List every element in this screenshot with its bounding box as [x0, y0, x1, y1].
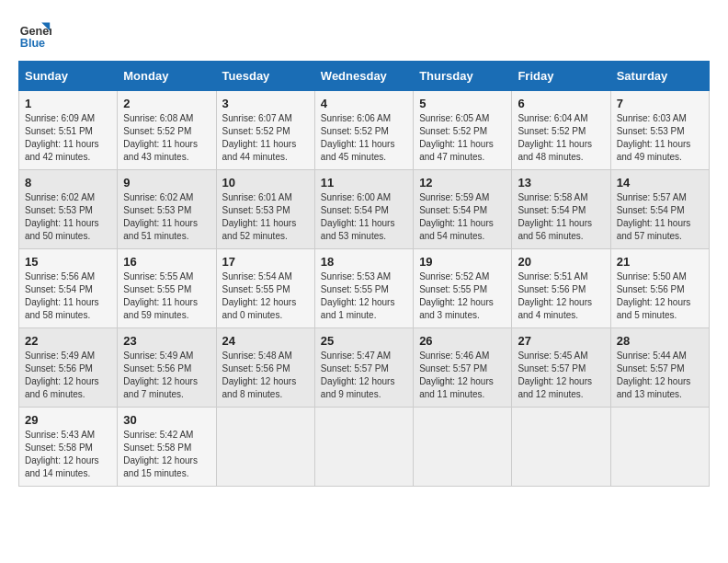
calendar-table: SundayMondayTuesdayWednesdayThursdayFrid…: [18, 61, 710, 487]
day-info: Sunrise: 6:04 AMSunset: 5:52 PMDaylight:…: [518, 112, 604, 164]
day-number: 12: [419, 176, 506, 190]
header: General Blue: [18, 18, 710, 52]
day-number: 2: [123, 97, 210, 110]
calendar-cell: 14Sunrise: 5:57 AMSunset: 5:54 PMDayligh…: [610, 170, 709, 249]
day-header-wednesday: Wednesday: [314, 62, 413, 91]
day-number: 5: [419, 97, 506, 110]
day-info: Sunrise: 5:56 AMSunset: 5:54 PMDaylight:…: [25, 270, 111, 322]
day-number: 28: [617, 334, 703, 348]
calendar-cell: 26Sunrise: 5:46 AMSunset: 5:57 PMDayligh…: [414, 328, 512, 408]
calendar-cell: 30Sunrise: 5:42 AMSunset: 5:58 PMDayligh…: [118, 408, 216, 487]
calendar-cell: 16Sunrise: 5:55 AMSunset: 5:55 PMDayligh…: [118, 249, 216, 328]
day-info: Sunrise: 6:01 AMSunset: 5:53 PMDaylight:…: [222, 191, 309, 243]
day-info: Sunrise: 5:49 AMSunset: 5:56 PMDaylight:…: [25, 350, 111, 401]
day-number: 16: [123, 255, 210, 269]
calendar-cell: 7Sunrise: 6:03 AMSunset: 5:53 PMDaylight…: [610, 91, 709, 170]
day-header-sunday: Sunday: [19, 62, 118, 91]
calendar-cell: 5Sunrise: 6:05 AMSunset: 5:52 PMDaylight…: [414, 91, 512, 170]
calendar-cell: 21Sunrise: 5:50 AMSunset: 5:56 PMDayligh…: [610, 249, 709, 328]
day-info: Sunrise: 6:00 AMSunset: 5:54 PMDaylight:…: [321, 191, 407, 243]
logo: General Blue: [18, 18, 51, 52]
day-header-saturday: Saturday: [610, 62, 709, 91]
calendar-cell: 24Sunrise: 5:48 AMSunset: 5:56 PMDayligh…: [216, 328, 314, 408]
calendar-cell: 22Sunrise: 5:49 AMSunset: 5:56 PMDayligh…: [19, 328, 118, 408]
day-number: 17: [222, 255, 309, 269]
day-info: Sunrise: 6:03 AMSunset: 5:53 PMDaylight:…: [617, 112, 703, 164]
day-header-monday: Monday: [118, 62, 216, 91]
calendar-cell: 27Sunrise: 5:45 AMSunset: 5:57 PMDayligh…: [512, 328, 610, 408]
week-row-4: 22Sunrise: 5:49 AMSunset: 5:56 PMDayligh…: [19, 328, 710, 408]
calendar-cell: [414, 408, 512, 487]
day-number: 20: [518, 255, 604, 269]
day-number: 23: [123, 334, 210, 348]
day-number: 6: [518, 97, 604, 110]
day-header-thursday: Thursday: [414, 62, 512, 91]
calendar-cell: [610, 408, 709, 487]
week-row-1: 1Sunrise: 6:09 AMSunset: 5:51 PMDaylight…: [19, 91, 710, 170]
day-info: Sunrise: 5:48 AMSunset: 5:56 PMDaylight:…: [222, 350, 309, 401]
day-info: Sunrise: 6:06 AMSunset: 5:52 PMDaylight:…: [321, 112, 407, 164]
day-number: 8: [25, 176, 111, 190]
day-info: Sunrise: 5:43 AMSunset: 5:58 PMDaylight:…: [25, 429, 111, 480]
calendar-cell: 11Sunrise: 6:00 AMSunset: 5:54 PMDayligh…: [314, 170, 413, 249]
day-info: Sunrise: 5:51 AMSunset: 5:56 PMDaylight:…: [518, 270, 604, 322]
day-info: Sunrise: 6:09 AMSunset: 5:51 PMDaylight:…: [25, 112, 111, 164]
day-number: 19: [419, 255, 506, 269]
calendar-cell: 25Sunrise: 5:47 AMSunset: 5:57 PMDayligh…: [314, 328, 413, 408]
calendar-cell: 28Sunrise: 5:44 AMSunset: 5:57 PMDayligh…: [610, 328, 709, 408]
day-info: Sunrise: 5:44 AMSunset: 5:57 PMDaylight:…: [617, 350, 703, 401]
calendar-cell: 8Sunrise: 6:02 AMSunset: 5:53 PMDaylight…: [19, 170, 118, 249]
logo-icon: General Blue: [18, 18, 51, 52]
day-info: Sunrise: 6:08 AMSunset: 5:52 PMDaylight:…: [123, 112, 210, 164]
day-info: Sunrise: 6:05 AMSunset: 5:52 PMDaylight:…: [419, 112, 506, 164]
calendar-cell: 15Sunrise: 5:56 AMSunset: 5:54 PMDayligh…: [19, 249, 118, 328]
calendar-cell: 1Sunrise: 6:09 AMSunset: 5:51 PMDaylight…: [19, 91, 118, 170]
header-row: SundayMondayTuesdayWednesdayThursdayFrid…: [19, 62, 710, 91]
day-info: Sunrise: 6:02 AMSunset: 5:53 PMDaylight:…: [25, 191, 111, 243]
day-number: 22: [25, 334, 111, 348]
calendar-cell: [216, 408, 314, 487]
day-header-tuesday: Tuesday: [216, 62, 314, 91]
day-number: 3: [222, 97, 309, 110]
calendar-cell: 17Sunrise: 5:54 AMSunset: 5:55 PMDayligh…: [216, 249, 314, 328]
calendar-cell: 23Sunrise: 5:49 AMSunset: 5:56 PMDayligh…: [118, 328, 216, 408]
calendar-cell: 29Sunrise: 5:43 AMSunset: 5:58 PMDayligh…: [19, 408, 118, 487]
day-number: 14: [617, 176, 703, 190]
day-number: 18: [321, 255, 407, 269]
day-info: Sunrise: 5:47 AMSunset: 5:57 PMDaylight:…: [321, 350, 407, 401]
day-number: 15: [25, 255, 111, 269]
day-info: Sunrise: 5:45 AMSunset: 5:57 PMDaylight:…: [518, 350, 604, 401]
week-row-3: 15Sunrise: 5:56 AMSunset: 5:54 PMDayligh…: [19, 249, 710, 328]
day-number: 27: [518, 334, 604, 348]
day-info: Sunrise: 5:58 AMSunset: 5:54 PMDaylight:…: [518, 191, 604, 243]
day-number: 29: [25, 413, 111, 427]
day-number: 30: [123, 413, 210, 427]
day-info: Sunrise: 5:49 AMSunset: 5:56 PMDaylight:…: [123, 350, 210, 401]
day-number: 24: [222, 334, 309, 348]
day-number: 1: [25, 97, 111, 110]
day-info: Sunrise: 5:50 AMSunset: 5:56 PMDaylight:…: [617, 270, 703, 322]
day-info: Sunrise: 5:57 AMSunset: 5:54 PMDaylight:…: [617, 191, 703, 243]
day-number: 13: [518, 176, 604, 190]
day-info: Sunrise: 6:02 AMSunset: 5:53 PMDaylight:…: [123, 191, 210, 243]
day-info: Sunrise: 6:07 AMSunset: 5:52 PMDaylight:…: [222, 112, 309, 164]
day-info: Sunrise: 5:46 AMSunset: 5:57 PMDaylight:…: [419, 350, 506, 401]
calendar-cell: 3Sunrise: 6:07 AMSunset: 5:52 PMDaylight…: [216, 91, 314, 170]
day-info: Sunrise: 5:42 AMSunset: 5:58 PMDaylight:…: [123, 429, 210, 480]
calendar-cell: 4Sunrise: 6:06 AMSunset: 5:52 PMDaylight…: [314, 91, 413, 170]
day-info: Sunrise: 5:54 AMSunset: 5:55 PMDaylight:…: [222, 270, 309, 322]
day-number: 4: [321, 97, 407, 110]
day-number: 21: [617, 255, 703, 269]
calendar-cell: 19Sunrise: 5:52 AMSunset: 5:55 PMDayligh…: [414, 249, 512, 328]
calendar-cell: [314, 408, 413, 487]
day-info: Sunrise: 5:55 AMSunset: 5:55 PMDaylight:…: [123, 270, 210, 322]
week-row-2: 8Sunrise: 6:02 AMSunset: 5:53 PMDaylight…: [19, 170, 710, 249]
calendar-cell: 13Sunrise: 5:58 AMSunset: 5:54 PMDayligh…: [512, 170, 610, 249]
calendar-cell: 12Sunrise: 5:59 AMSunset: 5:54 PMDayligh…: [414, 170, 512, 249]
calendar-cell: 9Sunrise: 6:02 AMSunset: 5:53 PMDaylight…: [118, 170, 216, 249]
calendar-cell: 18Sunrise: 5:53 AMSunset: 5:55 PMDayligh…: [314, 249, 413, 328]
day-info: Sunrise: 5:53 AMSunset: 5:55 PMDaylight:…: [321, 270, 407, 322]
day-number: 9: [123, 176, 210, 190]
calendar-cell: [512, 408, 610, 487]
week-row-5: 29Sunrise: 5:43 AMSunset: 5:58 PMDayligh…: [19, 408, 710, 487]
